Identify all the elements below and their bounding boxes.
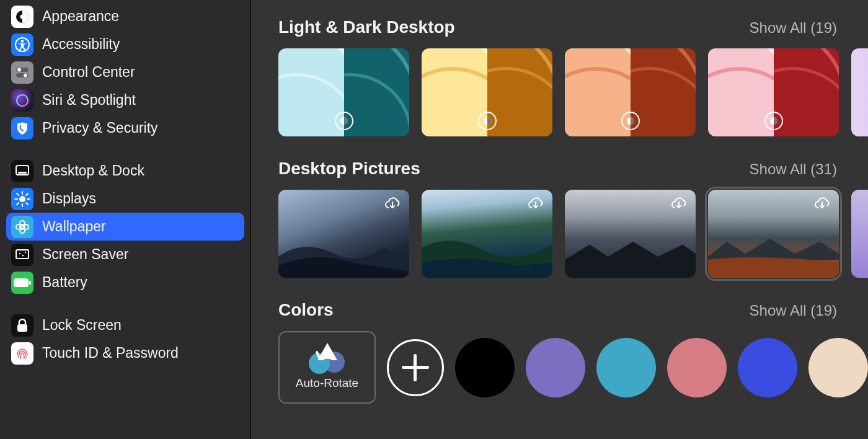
sidebar-item-lockscreen[interactable]: Lock Screen (6, 311, 244, 339)
sidebar-item-label: Privacy & Security (42, 120, 158, 136)
lightdark-row (278, 48, 868, 136)
privacy-icon (11, 117, 33, 140)
wallpaper-thumb[interactable] (422, 190, 552, 278)
color-swatch[interactable] (667, 338, 727, 397)
content-area: Light & Dark Desktop Show All (19) (251, 0, 868, 439)
sidebar: Appearance Accessibility Control Center … (0, 0, 251, 439)
desktop-row (278, 190, 868, 278)
svg-rect-31 (29, 281, 31, 285)
displays-icon (11, 188, 33, 210)
show-all-lightdark[interactable]: Show All (19) (750, 19, 837, 37)
auto-rotate-label: Auto-Rotate (296, 376, 358, 390)
wallpaper-thumb[interactable] (278, 48, 409, 136)
svg-point-1 (20, 14, 25, 19)
auto-rotate-card[interactable]: Auto-Rotate (278, 331, 376, 404)
controlcenter-icon (11, 61, 33, 84)
wallpaper-thumb[interactable] (565, 48, 696, 136)
sidebar-item-siri[interactable]: Siri & Spotlight (6, 86, 244, 114)
show-all-desktop[interactable]: Show All (31) (750, 161, 837, 178)
light-dark-badge-icon (335, 112, 353, 130)
lockscreen-icon (11, 314, 33, 337)
sidebar-item-label: Control Center (42, 64, 135, 81)
sidebar-item-accessibility[interactable]: Accessibility (6, 30, 244, 58)
download-icon (383, 196, 402, 213)
wallpaper-thumb[interactable] (851, 48, 868, 136)
wallpaper-thumb[interactable] (278, 190, 409, 278)
screensaver-icon (11, 244, 33, 266)
color-swatch[interactable] (526, 338, 585, 397)
plus-icon (402, 354, 429, 381)
sidebar-item-label: Lock Screen (42, 317, 122, 334)
svg-point-12 (19, 196, 25, 202)
sidebar-item-label: Touch ID & Password (42, 345, 179, 361)
section-title: Light & Dark Desktop (278, 17, 455, 37)
light-dark-badge-icon (621, 112, 640, 130)
app-root: Appearance Accessibility Control Center … (0, 0, 868, 439)
section-desktop-pictures: Desktop Pictures Show All (31) (278, 159, 868, 278)
svg-point-28 (22, 254, 24, 255)
wallpaper-thumb[interactable] (565, 190, 696, 278)
sidebar-item-wallpaper[interactable]: Wallpaper (6, 213, 244, 241)
section-colors: Colors Show All (19) Auto-Rotate (278, 300, 868, 404)
light-dark-badge-icon (764, 112, 783, 130)
section-lightdark: Light & Dark Desktop Show All (19) (278, 17, 868, 136)
light-dark-badge-icon (478, 112, 497, 130)
download-icon (813, 196, 831, 213)
svg-point-7 (24, 73, 27, 77)
sidebar-item-desktopdock[interactable]: Desktop & Dock (6, 157, 244, 185)
desktopdock-icon (11, 160, 33, 182)
svg-point-5 (17, 68, 21, 71)
sidebar-item-label: Appearance (42, 8, 119, 25)
svg-rect-32 (17, 324, 27, 332)
sidebar-item-appearance[interactable]: Appearance (6, 2, 244, 30)
svg-rect-26 (16, 250, 29, 259)
accessibility-icon (11, 33, 33, 56)
auto-rotate-icon (305, 345, 350, 373)
appearance-icon (11, 6, 33, 28)
svg-line-19 (26, 193, 28, 195)
sidebar-item-label: Desktop & Dock (42, 162, 144, 179)
svg-line-18 (26, 203, 28, 205)
color-swatch[interactable] (738, 338, 797, 397)
sidebar-item-label: Siri & Spotlight (42, 92, 136, 109)
sidebar-item-label: Screen Saver (42, 246, 128, 263)
show-all-colors[interactable]: Show All (19) (750, 302, 837, 319)
wallpaper-thumb[interactable] (708, 48, 839, 136)
sidebar-item-label: Battery (42, 274, 87, 291)
sidebar-item-battery[interactable]: Battery (6, 268, 244, 296)
wallpaper-icon (11, 216, 33, 238)
sidebar-item-displays[interactable]: Displays (6, 185, 244, 213)
section-title: Colors (278, 300, 334, 320)
wallpaper-thumb-selected[interactable] (708, 190, 839, 278)
section-title: Desktop Pictures (278, 159, 420, 179)
svg-line-17 (17, 193, 19, 195)
svg-point-29 (25, 251, 26, 252)
sidebar-item-label: Wallpaper (42, 218, 106, 235)
svg-line-20 (17, 203, 19, 205)
wallpaper-thumb[interactable] (422, 48, 552, 136)
sidebar-item-label: Displays (42, 190, 96, 207)
wallpaper-thumb[interactable] (851, 190, 868, 278)
sidebar-item-label: Accessibility (42, 36, 120, 53)
download-icon (526, 196, 545, 213)
color-swatch[interactable] (808, 338, 868, 397)
color-swatch[interactable] (455, 338, 515, 397)
colors-row: Auto-Rotate (278, 331, 868, 404)
svg-point-3 (21, 40, 24, 43)
sidebar-item-controlcenter[interactable]: Control Center (6, 58, 244, 86)
sidebar-item-touchid[interactable]: Touch ID & Password (6, 339, 244, 367)
sidebar-item-privacy[interactable]: Privacy & Security (6, 114, 244, 142)
sidebar-item-screensaver[interactable]: Screen Saver (6, 241, 244, 268)
siri-icon (11, 89, 33, 112)
download-icon (670, 196, 688, 213)
add-color-button[interactable] (387, 339, 444, 396)
color-swatch[interactable] (596, 338, 656, 397)
svg-point-27 (19, 252, 20, 254)
svg-rect-30 (14, 278, 29, 287)
svg-rect-11 (18, 172, 27, 174)
touchid-icon (11, 342, 33, 365)
battery-icon (11, 272, 33, 294)
